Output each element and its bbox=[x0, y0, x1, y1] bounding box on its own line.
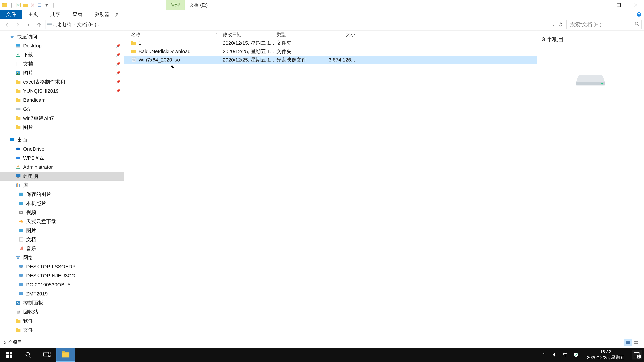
tree-item-excel[interactable]: excel表格制作求和 📌 bbox=[0, 77, 124, 86]
tree-this-pc[interactable]: 此电脑 bbox=[0, 172, 124, 181]
ribbon-minimize-icon[interactable]: ⌃ bbox=[627, 11, 633, 17]
svg-point-13 bbox=[635, 22, 638, 25]
ribbon-tab-share[interactable]: 共享 bbox=[44, 10, 66, 18]
details-view-button[interactable] bbox=[624, 339, 632, 346]
breadcrumb-this-pc[interactable]: 此电脑 bbox=[55, 21, 72, 28]
tree-files[interactable]: 文件 bbox=[0, 326, 124, 335]
search-icon[interactable] bbox=[635, 22, 640, 27]
app-icon[interactable] bbox=[1, 2, 8, 8]
tree-item-g-drive[interactable]: G:\ bbox=[0, 105, 124, 114]
svg-rect-42 bbox=[17, 183, 18, 187]
qat-properties-icon[interactable] bbox=[16, 2, 22, 8]
task-view-button[interactable] bbox=[38, 348, 56, 362]
address-bar[interactable]: › 此电脑 › 文档 (E:) › ⌄ bbox=[45, 20, 566, 29]
tree-item-downloads[interactable]: 下载 📌 bbox=[0, 50, 124, 59]
svg-rect-28 bbox=[16, 98, 18, 99]
search-box[interactable]: 搜索"文档 (E:)" bbox=[568, 20, 642, 29]
documents-icon bbox=[18, 237, 24, 242]
tree-item-bandicam[interactable]: Bandicam bbox=[0, 95, 124, 105]
ribbon-tab-file[interactable]: 文件 bbox=[0, 10, 22, 18]
file-row[interactable]: 12020/12/15, 星期二 1...文件夹 bbox=[124, 39, 537, 47]
file-rows: 12020/12/15, 星期二 1...文件夹BaiduNetdiskDown… bbox=[124, 39, 537, 64]
file-row[interactable]: Win7x64_2020.iso2020/12/25, 星期五 1...光盘映像… bbox=[124, 56, 537, 64]
downloads-icon bbox=[16, 52, 21, 57]
qat-rename-icon[interactable] bbox=[36, 2, 42, 8]
close-button[interactable] bbox=[627, 0, 644, 10]
tree-network[interactable]: 网络 bbox=[0, 253, 124, 262]
tree-control-panel[interactable]: 控制面板 bbox=[0, 298, 124, 307]
recycle-icon bbox=[16, 309, 21, 315]
tree-pc1[interactable]: DESKTOP-LSSOEDP bbox=[0, 262, 124, 271]
help-icon[interactable]: ? bbox=[636, 11, 642, 17]
svg-point-75 bbox=[602, 83, 603, 84]
column-header-date[interactable]: 修改日期 bbox=[223, 31, 276, 38]
tree-pc2[interactable]: DESKTOP-NJEU3CG bbox=[0, 271, 124, 280]
tree-pc3[interactable]: PC-20190530OBLA bbox=[0, 280, 124, 289]
chevron-right-icon[interactable]: › bbox=[53, 22, 54, 27]
tree-software[interactable]: 软件 bbox=[0, 317, 124, 326]
minimize-button[interactable] bbox=[594, 0, 610, 10]
column-header-name[interactable]: 名称 ⌃ bbox=[124, 31, 223, 38]
security-icon[interactable] bbox=[573, 352, 580, 358]
tree-label: 文档 bbox=[23, 60, 33, 67]
ribbon-tab-view[interactable]: 查看 bbox=[66, 10, 88, 18]
file-row[interactable]: BaiduNetdiskDownload2020/12/25, 星期五 1...… bbox=[124, 47, 537, 56]
icons-view-button[interactable] bbox=[632, 339, 640, 346]
tree-item-desktop[interactable]: Desktop 📌 bbox=[0, 41, 124, 50]
tree-admin[interactable]: Administrator bbox=[0, 163, 124, 172]
volume-icon[interactable] bbox=[551, 352, 558, 358]
folder-icon bbox=[16, 327, 21, 333]
svg-rect-52 bbox=[19, 265, 23, 268]
up-button[interactable] bbox=[34, 20, 44, 29]
tree-item-win7reinstall[interactable]: win7重装win7 bbox=[0, 114, 124, 123]
tree-videos[interactable]: 视频 bbox=[0, 208, 124, 217]
tree-quick-access[interactable]: 快速访问 bbox=[0, 32, 124, 41]
tray-overflow-icon[interactable]: ⌃ bbox=[540, 352, 547, 358]
recent-locations-dropdown[interactable]: ▾ bbox=[24, 20, 33, 29]
tree-label: 此电脑 bbox=[23, 173, 38, 180]
chevron-right-icon[interactable]: › bbox=[98, 22, 100, 27]
tree-item-yunqishi[interactable]: YUNQISHI2019 📌 bbox=[0, 86, 124, 95]
tray-datetime[interactable]: 16:32 2020/12/25, 星期五 bbox=[584, 349, 628, 361]
ime-indicator[interactable]: 中 bbox=[562, 352, 569, 358]
svg-rect-83 bbox=[6, 352, 9, 355]
file-name: BaiduNetdiskDownload bbox=[138, 49, 190, 54]
ribbon-tab-drive-tools[interactable]: 驱动器工具 bbox=[88, 10, 126, 18]
maximize-button[interactable] bbox=[610, 0, 627, 10]
column-header-size[interactable]: 大小 bbox=[322, 31, 360, 38]
back-button[interactable] bbox=[2, 20, 12, 29]
tree-camera-roll[interactable]: 本机照片 bbox=[0, 199, 124, 208]
action-center-button[interactable]: 3 bbox=[632, 350, 642, 360]
refresh-button[interactable] bbox=[556, 20, 565, 29]
tree-item-pictures[interactable]: 图片 📌 bbox=[0, 68, 124, 77]
chevron-right-icon[interactable]: › bbox=[74, 22, 75, 27]
tree-wps[interactable]: WPS网盘 bbox=[0, 153, 124, 163]
tree-pics-lib[interactable]: 图片 bbox=[0, 226, 124, 235]
contextual-tab-manage[interactable]: 管理 bbox=[166, 0, 185, 10]
tree-label: 下载 bbox=[23, 51, 33, 58]
tree-item-documents[interactable]: 文档 📌 bbox=[0, 59, 124, 68]
tree-pc4[interactable]: ZMT2019 bbox=[0, 289, 124, 298]
tree-tianyi[interactable]: 天翼云盘下载 bbox=[0, 217, 124, 226]
tree-libraries[interactable]: 库 bbox=[0, 181, 124, 190]
forward-button[interactable] bbox=[13, 20, 22, 29]
taskbar-search-button[interactable] bbox=[19, 348, 38, 362]
svg-line-14 bbox=[638, 24, 639, 26]
tree-desktop-root[interactable]: 桌面 bbox=[0, 135, 124, 144]
breadcrumb-drive[interactable]: 文档 (E:) bbox=[76, 21, 98, 28]
start-button[interactable] bbox=[0, 348, 19, 362]
tree-saved-pics[interactable]: 保存的图片 bbox=[0, 190, 124, 199]
qat-delete-icon[interactable] bbox=[30, 2, 36, 8]
qat-new-folder-icon[interactable] bbox=[22, 2, 28, 8]
column-header-name-label: 名称 bbox=[131, 31, 140, 38]
column-header-type[interactable]: 类型 bbox=[276, 31, 322, 38]
address-dropdown-icon[interactable]: ⌄ bbox=[552, 22, 555, 27]
tree-item-pictures-cn[interactable]: 图片 bbox=[0, 123, 124, 132]
tree-docs-lib[interactable]: 文档 bbox=[0, 235, 124, 244]
qat-dropdown-icon[interactable]: ▾ bbox=[44, 2, 50, 8]
tree-recycle[interactable]: 回收站 bbox=[0, 307, 124, 317]
taskbar-file-explorer[interactable] bbox=[56, 348, 75, 362]
ribbon-tab-home[interactable]: 主页 bbox=[22, 10, 44, 18]
tree-music[interactable]: 音乐 bbox=[0, 244, 124, 253]
tree-onedrive[interactable]: OneDrive bbox=[0, 144, 124, 153]
